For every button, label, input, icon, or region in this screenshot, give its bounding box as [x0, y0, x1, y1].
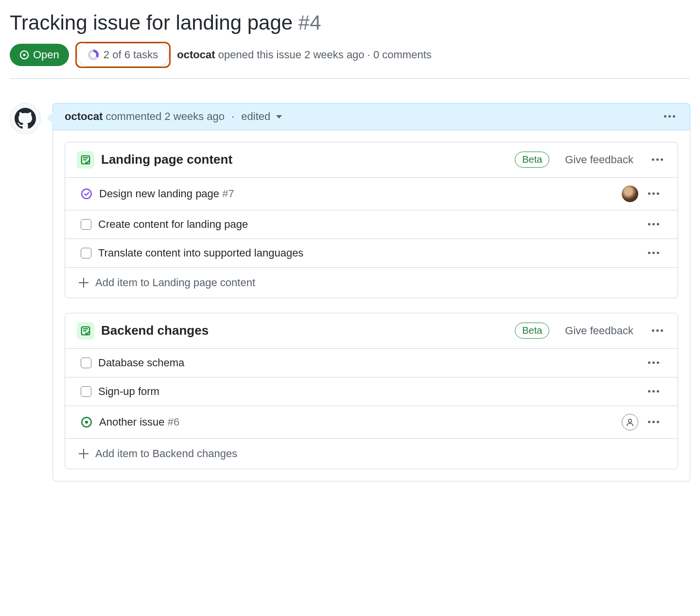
give-feedback-link[interactable]: Give feedback — [565, 154, 633, 166]
status-label: Open — [33, 49, 59, 61]
svg-point-7 — [629, 419, 632, 422]
issue-comments-count: 0 comments — [373, 49, 432, 61]
comment-author[interactable]: octocat — [65, 110, 103, 122]
task-ref: #6 — [168, 416, 179, 428]
beta-badge: Beta — [515, 152, 549, 168]
tasklist-title: Backend changes — [101, 323, 508, 338]
tasklist: Backend changes Beta Give feedback Datab… — [65, 313, 678, 469]
task-menu-button[interactable] — [645, 249, 662, 257]
issue-author[interactable]: octocat — [177, 49, 215, 61]
issue-title-text: Tracking issue for landing page — [10, 11, 293, 34]
comment-body: Landing page content Beta Give feedback … — [52, 130, 690, 481]
task-row[interactable]: Sign-up form — [65, 377, 678, 406]
author-avatar[interactable] — [10, 103, 41, 134]
comment-time: 2 weeks ago — [164, 110, 225, 122]
tasklist-menu-button[interactable] — [649, 326, 666, 335]
give-feedback-link[interactable]: Give feedback — [565, 325, 633, 337]
task-row[interactable]: Translate content into supported languag… — [65, 239, 678, 267]
task-label: Create content for landing page — [98, 218, 638, 231]
task-checkbox[interactable] — [81, 358, 91, 368]
assignee-avatar[interactable] — [622, 186, 638, 202]
add-item-label: Add item to Landing page content — [95, 276, 255, 289]
task-menu-button[interactable] — [645, 189, 662, 198]
add-item-button[interactable]: Add item to Backend changes — [65, 438, 678, 469]
task-menu-button[interactable] — [645, 359, 662, 367]
tasklist-menu-button[interactable] — [649, 155, 666, 164]
plus-icon — [79, 278, 88, 288]
svg-point-1 — [23, 53, 26, 56]
issue-open-icon — [19, 50, 29, 60]
tasklist-title: Landing page content — [101, 152, 508, 167]
add-item-button[interactable]: Add item to Landing page content — [65, 267, 678, 298]
assignee-placeholder[interactable] — [622, 414, 638, 430]
svg-point-6 — [85, 421, 88, 424]
task-progress-pill[interactable]: 2 of 6 tasks — [77, 43, 170, 67]
task-progress-label: 2 of 6 tasks — [104, 49, 158, 61]
comment-header: octocat commented 2 weeks ago · edited — [52, 103, 690, 130]
issue-number: #4 — [298, 11, 321, 34]
task-menu-button[interactable] — [645, 418, 662, 426]
tasklist-icon — [77, 151, 94, 169]
task-row[interactable]: Database schema — [65, 348, 678, 377]
task-checkbox[interactable] — [81, 219, 91, 230]
issue-open-icon — [81, 416, 92, 428]
octocat-icon — [15, 108, 36, 129]
tasklist: Landing page content Beta Give feedback … — [65, 142, 678, 298]
task-label: Database schema — [98, 357, 638, 369]
beta-badge: Beta — [515, 323, 549, 339]
comment-edited[interactable]: edited — [241, 110, 270, 122]
progress-donut-icon — [88, 50, 99, 60]
task-ref: #7 — [222, 188, 234, 200]
comment-container: octocat commented 2 weeks ago · edited — [52, 103, 690, 481]
plus-icon — [79, 449, 88, 459]
task-label: Another issue — [99, 416, 165, 428]
person-icon — [626, 418, 634, 427]
comment-thread: octocat commented 2 weeks ago · edited — [10, 103, 690, 481]
issue-meta-text: octocat opened this issue 2 weeks ago · … — [177, 49, 431, 61]
task-row[interactable]: Design new landing page #7 — [65, 177, 678, 210]
issue-closed-icon — [81, 188, 92, 200]
task-label: Sign-up form — [98, 385, 638, 398]
task-row[interactable]: Another issue #6 — [65, 406, 678, 438]
issue-title: Tracking issue for landing page #4 — [10, 10, 690, 36]
task-checkbox[interactable] — [81, 386, 91, 397]
svg-point-3 — [82, 189, 91, 199]
task-label: Translate content into supported languag… — [98, 247, 638, 259]
issue-meta-row: Open 2 of 6 tasks octocat opened this is… — [10, 43, 690, 79]
task-label: Design new landing page — [99, 188, 219, 200]
tasklist-icon — [77, 322, 94, 340]
caret-down-icon[interactable] — [276, 115, 282, 119]
comment-action: commented — [105, 110, 161, 122]
add-item-label: Add item to Backend changes — [95, 447, 237, 460]
tasklist-header: Backend changes Beta Give feedback — [65, 313, 678, 348]
status-open-badge: Open — [10, 44, 69, 66]
task-menu-button[interactable] — [645, 387, 662, 395]
issue-opened-text: opened this issue 2 weeks ago — [218, 49, 365, 61]
task-row[interactable]: Create content for landing page — [65, 210, 678, 239]
task-checkbox[interactable] — [81, 248, 91, 258]
comment-menu-button[interactable] — [661, 112, 678, 120]
tasklist-header: Landing page content Beta Give feedback — [65, 142, 678, 177]
task-menu-button[interactable] — [645, 220, 662, 228]
